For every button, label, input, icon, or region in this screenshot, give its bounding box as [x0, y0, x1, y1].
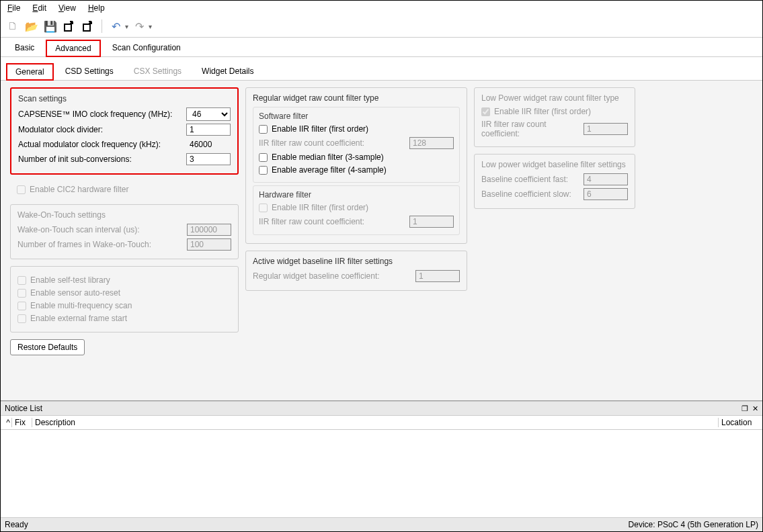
menu-view[interactable]: View [58, 3, 76, 13]
undo-icon[interactable]: ↶ [108, 18, 124, 34]
imo-clock-select[interactable]: 46 [186, 107, 231, 121]
menu-edit[interactable]: Edit [32, 3, 46, 13]
lp-filter-title: Low Power widget raw count filter type [481, 93, 628, 103]
chevron-down-icon[interactable]: ▾ [125, 23, 128, 30]
average-checkbox[interactable] [259, 166, 268, 175]
cic2-checkbox [17, 185, 26, 194]
hw-iir-checkbox [259, 204, 268, 212]
tab-widget-details[interactable]: Widget Details [193, 63, 262, 81]
export-icon[interactable] [80, 18, 96, 34]
init-sub-input[interactable] [186, 153, 231, 165]
actual-mod-label: Actual modulator clock frequency (kHz): [18, 140, 182, 149]
selftest-label: Enable self-test library [30, 275, 110, 285]
import-icon[interactable] [61, 18, 77, 34]
status-device: Device: PSoC 4 (5th Generation LP) [629, 520, 758, 529]
software-filter-subgroup: Software filter Enable IIR filter (first… [253, 107, 460, 183]
scan-settings-title: Scan settings [18, 94, 231, 103]
hw-iir-label: Enable IIR filter (first order) [272, 203, 368, 212]
multifreq-label: Enable multi-frequency scan [30, 301, 132, 310]
hw-iir-coef-label: IIR filter raw count coefficient: [259, 217, 405, 226]
notice-panel: Notice List ❐ ✕ ^ Fix Description Locati… [1, 400, 762, 517]
lp-baseline-slow-label: Baseline coefficient slow: [481, 189, 579, 199]
average-label: Enable average filter (4-sample) [272, 165, 387, 175]
selftest-checkbox [17, 276, 26, 285]
redo-icon[interactable]: ↷ [131, 18, 147, 34]
save-icon[interactable]: 💾 [42, 18, 58, 34]
regular-filter-group: Regular widget raw count filter type Sof… [245, 87, 467, 244]
notice-body [1, 430, 762, 517]
notice-header: Notice List ❐ ✕ [1, 401, 762, 416]
hardware-filter-subgroup: Hardware filter Enable IIR filter (first… [253, 185, 460, 235]
lp-baseline-fast-input [584, 173, 628, 185]
sw-iir-checkbox[interactable] [259, 125, 268, 134]
hw-iir-coef-input [409, 216, 454, 228]
lp-baseline-slow-input [584, 188, 628, 200]
menubar: File Edit View Help [1, 1, 762, 15]
statusbar: Ready Device: PSoC 4 (5th Generation LP) [1, 517, 762, 531]
lp-filter-group: Low Power widget raw count filter type E… [474, 87, 635, 147]
sw-iir-label: Enable IIR filter (first order) [272, 124, 368, 134]
chevron-down-icon[interactable]: ▾ [149, 23, 152, 30]
primary-tabs: Basic Advanced Scan Configuration [1, 39, 762, 57]
menu-help[interactable]: Help [88, 3, 105, 13]
status-ready: Ready [5, 520, 28, 529]
new-icon[interactable]: 🗋 [5, 18, 21, 34]
regular-filter-title: Regular widget raw count filter type [253, 93, 460, 103]
mod-divider-label: Modulator clock divider: [18, 125, 182, 134]
lp-iir-checkbox [481, 107, 490, 116]
col-location[interactable]: Location [718, 418, 758, 427]
tab-advanced[interactable]: Advanced [46, 40, 100, 57]
misc-enable-group: Enable self-test library Enable sensor a… [10, 266, 239, 332]
multifreq-checkbox [17, 302, 26, 310]
restore-defaults-button[interactable]: Restore Defaults [10, 339, 85, 355]
extframe-label: Enable external frame start [30, 314, 127, 323]
sort-icon[interactable]: ^ [5, 418, 11, 427]
active-baseline-coef-input [415, 270, 460, 282]
tab-basic[interactable]: Basic [6, 40, 43, 57]
wot-interval-input [187, 224, 231, 236]
svg-rect-0 [65, 24, 71, 31]
toolbar: 🗋 📂 💾 ↶▾ ↷▾ [1, 15, 762, 38]
wot-interval-label: Wake-on-Touch scan interval (us): [17, 225, 183, 234]
content-area: Scan settings CAPSENSE™ IMO clock freque… [1, 81, 762, 400]
extframe-checkbox [17, 314, 26, 323]
imo-clock-label: CAPSENSE™ IMO clock frequency (MHz): [18, 109, 182, 119]
cic2-label: Enable CIC2 hardware filter [30, 185, 128, 194]
actual-mod-value [186, 138, 231, 150]
median-label: Enable median filter (3-sample) [272, 152, 384, 162]
active-baseline-title: Active widget baseline IIR filter settin… [253, 257, 460, 266]
tab-csd-settings[interactable]: CSD Settings [56, 63, 122, 81]
active-baseline-group: Active widget baseline IIR filter settin… [245, 251, 467, 291]
lp-baseline-group: Low power widget baseline filter setting… [474, 154, 635, 209]
lp-iir-coef-label: IIR filter raw count coefficient: [481, 120, 579, 138]
sw-iir-coef-input [409, 137, 454, 149]
wot-title: Wake-On-Touch settings [17, 210, 231, 220]
col-description[interactable]: Description [32, 418, 718, 427]
lp-iir-label: Enable IIR filter (first order) [494, 107, 591, 116]
lp-baseline-title: Low power widget baseline filter setting… [481, 160, 628, 169]
init-sub-label: Number of init sub-conversions: [18, 154, 182, 164]
restore-icon[interactable]: ❐ [741, 404, 748, 413]
svg-rect-1 [83, 24, 90, 31]
scan-settings-group: Scan settings CAPSENSE™ IMO clock freque… [10, 87, 239, 175]
median-checkbox[interactable] [259, 153, 268, 162]
close-icon[interactable]: ✕ [752, 404, 758, 413]
secondary-tabs: General CSD Settings CSX Settings Widget… [1, 62, 762, 81]
tab-csx-settings: CSX Settings [125, 63, 190, 81]
tab-general[interactable]: General [6, 63, 54, 81]
hardware-filter-title: Hardware filter [259, 190, 454, 200]
active-baseline-coef-label: Regular widget baseline coefficient: [253, 271, 411, 281]
menu-file[interactable]: File [7, 3, 20, 13]
lp-iir-coef-input [584, 123, 628, 135]
col-fix[interactable]: Fix [11, 418, 32, 427]
software-filter-title: Software filter [259, 112, 454, 121]
wot-frames-input [187, 238, 231, 251]
lp-baseline-fast-label: Baseline coefficient fast: [481, 175, 579, 184]
wake-on-touch-group: Wake-On-Touch settings Wake-on-Touch sca… [10, 204, 239, 259]
tab-scan-configuration[interactable]: Scan Configuration [104, 40, 190, 57]
sw-iir-coef-label: IIR filter raw count coefficient: [259, 138, 405, 148]
wot-frames-label: Number of frames in Wake-on-Touch: [17, 240, 183, 249]
notice-columns: ^ Fix Description Location [1, 416, 762, 430]
mod-divider-input[interactable] [186, 124, 231, 136]
open-icon[interactable]: 📂 [24, 18, 40, 34]
